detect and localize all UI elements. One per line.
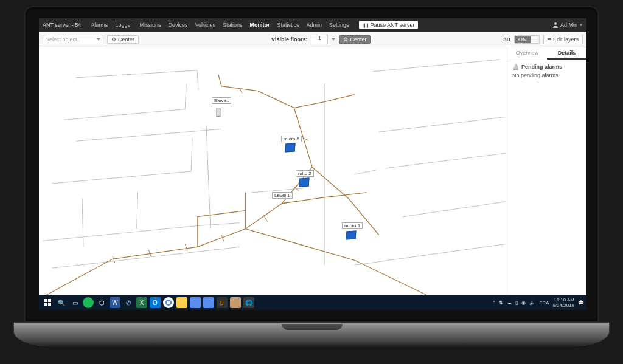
svg-rect-11 (44, 299, 47, 302)
object-select-placeholder: Select object.. (46, 36, 80, 43)
nav-vehicles[interactable]: Vehicles (195, 22, 215, 28)
laptop-hinge (13, 322, 610, 346)
search-icon[interactable]: 🔍 (56, 297, 67, 308)
nav-monitor[interactable]: Monitor (250, 22, 270, 28)
app-title: ANT server - 54 (43, 22, 81, 28)
gear-icon (343, 36, 348, 43)
nav-admin[interactable]: Admin (307, 22, 322, 28)
pause-icon (363, 22, 369, 28)
app-icon[interactable] (163, 297, 174, 308)
tray-wifi-icon[interactable]: ◉ (521, 300, 526, 306)
tray-battery-icon[interactable]: ▯ (515, 300, 518, 306)
svg-point-0 (554, 22, 557, 25)
side-panel: Overview Details Pending alarms No pendi… (507, 47, 586, 295)
vehicle-label-micro5[interactable]: micro 5 (281, 136, 302, 142)
tab-details[interactable]: Details (547, 47, 586, 60)
app-icon[interactable] (203, 297, 214, 308)
screen-bezel: ANT server - 54 Alarms Logger Missions D… (24, 6, 599, 322)
map-label-elevator: Eleva.. (212, 97, 231, 104)
nav-statistics[interactable]: Statistics (277, 22, 299, 28)
taskview-icon[interactable]: ▭ (69, 297, 80, 308)
laptop-frame: ANT server - 54 Alarms Logger Missions D… (24, 6, 599, 334)
windows-taskbar: 🔍 ▭ ⬡ W ✆ X O μ 🌐 ˄ ⇅ (39, 295, 586, 310)
object-select[interactable]: Select object.. (43, 35, 103, 44)
app-icon[interactable] (190, 297, 201, 308)
nav-stations[interactable]: Stations (223, 22, 243, 28)
tab-overview[interactable]: Overview (507, 47, 547, 60)
app-icon[interactable]: ⬡ (96, 297, 107, 308)
tray-action-center-icon[interactable]: 💬 (578, 300, 584, 306)
svg-rect-12 (48, 299, 51, 302)
svg-line-5 (264, 216, 268, 222)
app-icon[interactable]: μ (217, 297, 228, 308)
app-icon[interactable]: X (136, 297, 147, 308)
nav-missions[interactable]: Missions (139, 22, 161, 28)
pause-label: Pause ANT server (371, 22, 415, 28)
sidepanel-section: Pending alarms No pending alarms (507, 60, 586, 82)
nav-settings[interactable]: Settings (329, 22, 349, 28)
nav-alarms[interactable]: Alarms (91, 22, 108, 28)
system-tray[interactable]: ˄ ⇅ ☁ ▯ ◉ 🔈 FRA 11:10 AM 9/24/2019 💬 (493, 297, 584, 308)
3d-toggle[interactable]: ON (514, 35, 540, 44)
pending-alarms-body: No pending alarms (512, 72, 582, 78)
tray-clock[interactable]: 11:10 AM 9/24/2019 (552, 297, 574, 308)
user-menu[interactable]: Ad Min (552, 22, 583, 28)
tray-cloud-icon[interactable]: ☁ (507, 300, 512, 306)
screen: ANT server - 54 Alarms Logger Missions D… (39, 18, 586, 310)
vehicle-mito2[interactable] (299, 177, 309, 187)
tray-network-icon[interactable]: ⇅ (499, 300, 503, 306)
svg-rect-10 (217, 108, 220, 117)
map-label-level1: Level 1 (272, 192, 293, 199)
layers-icon (548, 36, 551, 43)
edit-layers-label: Edit layers (553, 36, 579, 43)
tray-volume-icon[interactable]: 🔈 (529, 300, 535, 306)
svg-line-3 (185, 244, 187, 250)
vehicle-label-mito2[interactable]: mito 2 (296, 170, 314, 177)
tray-chevron-up-icon[interactable]: ˄ (493, 300, 495, 306)
app-icon[interactable]: 🌐 (243, 297, 254, 308)
tray-time: 11:10 AM (552, 297, 574, 303)
svg-point-15 (166, 300, 171, 305)
sidepanel-tabs: Overview Details (507, 47, 586, 60)
start-button[interactable] (43, 297, 54, 308)
map-svg (39, 47, 507, 295)
3d-label: 3D (504, 36, 511, 43)
tray-lang[interactable]: FRA (539, 300, 549, 306)
map-canvas[interactable]: Eleva.. Level 1 micro 5 mito 2 micro 1 (39, 47, 507, 295)
app-icon[interactable]: ✆ (123, 297, 134, 308)
svg-line-8 (276, 99, 280, 103)
toolbar: Select object.. Center Visible floors: 1… (39, 32, 586, 47)
chevron-down-icon (579, 24, 583, 26)
nav-devices[interactable]: Devices (168, 22, 187, 28)
vehicle-label-micro1[interactable]: micro 1 (342, 222, 363, 229)
app-icon[interactable] (83, 297, 94, 308)
edit-layers-button[interactable]: Edit layers (543, 35, 583, 44)
svg-rect-14 (48, 303, 51, 306)
pause-server-button[interactable]: Pause ANT server (359, 21, 419, 29)
user-icon (552, 22, 559, 28)
user-label: Ad Min (560, 22, 577, 28)
visible-floors-label: Visible floors: (271, 36, 307, 43)
center-label: Center (350, 36, 366, 43)
bell-icon (512, 64, 519, 70)
vehicle-micro1[interactable] (346, 230, 356, 239)
app-icon[interactable]: O (150, 297, 161, 308)
chevron-down-icon[interactable] (332, 38, 335, 41)
main-body: Eleva.. Level 1 micro 5 mito 2 micro 1 O… (39, 47, 586, 295)
explorer-icon[interactable] (176, 297, 187, 308)
tray-date: 9/24/2019 (552, 303, 574, 308)
center-button-left[interactable]: Center (107, 35, 139, 44)
3d-toggle-on: ON (515, 36, 531, 43)
nav-logger[interactable]: Logger (115, 22, 132, 28)
app-icon[interactable]: W (110, 297, 120, 308)
center-label: Center (118, 36, 134, 43)
center-button-mid[interactable]: Center (339, 35, 371, 44)
svg-rect-13 (44, 303, 47, 306)
app-icon[interactable] (230, 297, 241, 308)
chevron-down-icon (97, 38, 100, 41)
laptop-notch (282, 324, 343, 330)
pending-alarms-header: Pending alarms (512, 64, 582, 70)
svg-line-4 (221, 235, 224, 241)
vehicle-micro5[interactable] (285, 143, 295, 152)
floor-input[interactable]: 1 (311, 35, 328, 44)
